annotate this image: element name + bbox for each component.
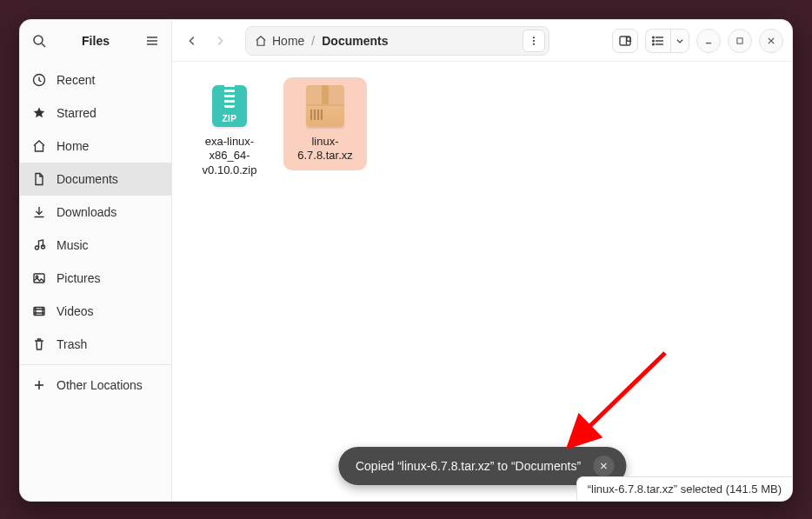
path-bar: Home / Documents	[245, 26, 549, 56]
view-options-button[interactable]	[670, 29, 689, 53]
chevron-down-icon	[676, 37, 684, 45]
plus-icon	[32, 378, 46, 392]
sidebar: Files Recent Starred Home Documents	[20, 20, 172, 501]
list-view-button[interactable]	[645, 29, 670, 53]
view-mode-split-button	[645, 29, 689, 53]
svg-point-21	[653, 37, 655, 38]
sidebar-item-downloads[interactable]: Downloads	[20, 196, 171, 229]
music-icon	[32, 238, 46, 252]
close-icon	[599, 462, 608, 470]
file-thumb	[204, 83, 255, 130]
trash-icon	[32, 337, 46, 351]
chevron-left-icon	[186, 35, 198, 47]
path-segment-current[interactable]: Documents	[322, 34, 388, 48]
image-icon	[32, 271, 46, 285]
sidebar-item-label: Other Locations	[57, 378, 143, 392]
minimize-icon	[704, 37, 713, 45]
document-icon	[32, 172, 46, 186]
file-thumb	[300, 83, 350, 130]
svg-point-0	[34, 36, 43, 44]
hamburger-menu-button[interactable]	[142, 30, 163, 51]
sidebar-item-label: Pictures	[57, 271, 101, 285]
status-text: “linux-6.7.8.tar.xz” selected (141.5 MB)	[588, 482, 782, 496]
svg-line-1	[42, 43, 45, 47]
path-segment-label: Documents	[322, 34, 388, 48]
tar-archive-icon	[306, 85, 344, 127]
search-button[interactable]	[29, 30, 50, 51]
sidebar-separator	[20, 364, 171, 365]
sidebar-item-label: Downloads	[57, 205, 116, 219]
chevron-right-icon	[214, 35, 226, 47]
nav-forward-button[interactable]	[209, 30, 231, 52]
file-grid: exa-linux-x86_64-v0.10.0.zip linux-6.7.8…	[188, 77, 776, 184]
sidebar-item-other-locations[interactable]: Other Locations	[20, 369, 171, 402]
sidebar-item-label: Music	[57, 238, 89, 252]
list-icon	[651, 34, 665, 48]
video-icon	[32, 304, 46, 318]
svg-rect-25	[737, 37, 742, 43]
svg-point-13	[533, 43, 535, 44]
window-maximize-button[interactable]	[728, 29, 752, 53]
main-pane: Home / Documents	[172, 20, 792, 501]
file-label: exa-linux-x86_64-v0.10.0.zip	[191, 135, 268, 177]
svg-rect-6	[34, 274, 44, 283]
sidebar-item-label: Trash	[57, 337, 87, 351]
nav-back-button[interactable]	[181, 30, 203, 52]
sidebar-header: Files	[20, 25, 171, 60]
sidebar-item-label: Home	[57, 139, 89, 153]
toast-message: Copied “linux-6.7.8.tar.xz” to “Document…	[356, 459, 581, 473]
path-segment-home[interactable]: Home	[255, 34, 304, 48]
sidebar-item-documents[interactable]: Documents	[20, 163, 171, 196]
sidebar-item-recent[interactable]: Recent	[20, 63, 171, 96]
star-icon	[32, 106, 46, 120]
nav-arrows	[181, 30, 231, 52]
file-item-tar[interactable]: linux-6.7.8.tar.xz	[283, 77, 367, 170]
panel-icon	[618, 34, 632, 48]
sidebar-item-starred[interactable]: Starred	[20, 96, 171, 130]
file-item-zip[interactable]: exa-linux-x86_64-v0.10.0.zip	[188, 77, 271, 184]
kebab-icon	[529, 36, 539, 46]
status-bar: “linux-6.7.8.tar.xz” selected (141.5 MB)	[576, 476, 792, 501]
toggle-sidebar-button[interactable]	[612, 29, 638, 53]
sidebar-item-home[interactable]: Home	[20, 130, 171, 163]
svg-point-12	[533, 40, 535, 42]
path-segment-label: Home	[272, 34, 304, 48]
svg-point-11	[533, 37, 535, 38]
svg-point-22	[653, 40, 655, 42]
search-icon	[32, 34, 46, 48]
file-view[interactable]: exa-linux-x86_64-v0.10.0.zip linux-6.7.8…	[172, 62, 792, 501]
maximize-icon	[735, 37, 744, 45]
sidebar-item-trash[interactable]: Trash	[20, 328, 171, 361]
window-minimize-button[interactable]	[696, 29, 721, 53]
clock-icon	[32, 73, 46, 87]
hamburger-icon	[145, 34, 159, 48]
app-title: Files	[55, 34, 136, 48]
sidebar-item-label: Starred	[57, 106, 97, 120]
close-icon	[767, 37, 775, 45]
sidebar-item-label: Documents	[57, 172, 118, 186]
toast-close-button[interactable]	[593, 456, 614, 476]
path-separator: /	[311, 34, 315, 48]
home-icon	[255, 35, 267, 47]
svg-point-23	[653, 43, 655, 45]
window-close-button[interactable]	[759, 29, 783, 53]
sidebar-nav: Recent Starred Home Documents Downloads …	[20, 63, 171, 402]
download-icon	[32, 205, 46, 219]
file-label: linux-6.7.8.tar.xz	[287, 135, 363, 163]
sidebar-item-videos[interactable]: Videos	[20, 295, 171, 328]
sidebar-item-music[interactable]: Music	[20, 229, 171, 262]
sidebar-item-pictures[interactable]: Pictures	[20, 262, 171, 295]
files-window: Files Recent Starred Home Documents	[19, 19, 793, 502]
toolbar: Home / Documents	[172, 20, 792, 62]
home-icon	[32, 139, 46, 153]
sidebar-item-label: Recent	[57, 73, 95, 87]
path-menu-button[interactable]	[522, 30, 545, 52]
sidebar-item-label: Videos	[57, 304, 94, 318]
zip-archive-icon	[212, 85, 247, 127]
toolbar-right	[612, 29, 783, 53]
